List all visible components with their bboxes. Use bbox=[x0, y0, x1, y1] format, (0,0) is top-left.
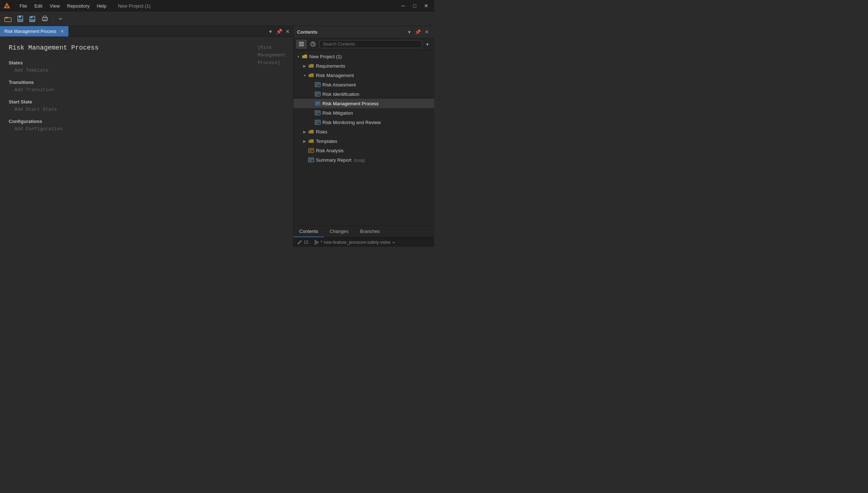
tab-changes[interactable]: Changes bbox=[324, 226, 354, 237]
bracket-line-2: Management bbox=[258, 52, 286, 59]
status-edit-count: 15 bbox=[297, 240, 308, 245]
menu-repository[interactable]: Repository bbox=[64, 2, 92, 10]
save-button[interactable] bbox=[14, 13, 26, 24]
tree-item-risk-mitigation[interactable]: Risk Mitigation bbox=[293, 108, 434, 118]
tree-item-risk-identification[interactable]: Risk Identification bbox=[293, 89, 434, 99]
rmp-doc-icon bbox=[314, 100, 321, 107]
tree-view-button[interactable] bbox=[296, 40, 306, 48]
status-branch[interactable]: * new-feature_pressure-safety-valve bbox=[314, 240, 395, 245]
svg-rect-6 bbox=[18, 19, 22, 21]
root-folder-icon bbox=[301, 53, 308, 60]
section-value-start-state[interactable]: Add Start State bbox=[9, 107, 284, 112]
app-logo bbox=[3, 2, 11, 10]
contents-search[interactable] bbox=[319, 40, 422, 48]
tree-item-risks[interactable]: ▶ Risks bbox=[293, 127, 434, 136]
contents-pin[interactable]: 📌 bbox=[414, 29, 422, 36]
tab-branches[interactable]: Branches bbox=[354, 226, 386, 237]
svg-rect-5 bbox=[19, 16, 21, 18]
risk-analysis-doc-icon bbox=[308, 147, 314, 154]
contents-panel-title: Contents bbox=[297, 29, 405, 35]
tree-item-risk-management-process[interactable]: Risk Management Process bbox=[293, 99, 434, 108]
save-all-button[interactable] bbox=[27, 13, 38, 24]
tab-contents[interactable]: Contents bbox=[293, 226, 324, 237]
section-label-start-state: Start State bbox=[9, 99, 284, 105]
editor-tab-risk-management-process[interactable]: Risk Management Process ✕ bbox=[0, 26, 68, 37]
templates-folder-icon bbox=[308, 138, 314, 144]
branch-name: * new-feature_pressure-safety-valve bbox=[321, 240, 390, 245]
tree-root-item[interactable]: ▾ New Project (1) bbox=[293, 52, 434, 61]
contents-search-dropdown[interactable]: ▾ bbox=[423, 41, 431, 48]
menu-edit[interactable]: Edit bbox=[31, 2, 45, 10]
tab-chevron-down[interactable]: ▾ bbox=[266, 27, 274, 35]
print-button[interactable] bbox=[39, 13, 51, 24]
title-bar-left: File Edit View Repository Help New Proje… bbox=[3, 2, 151, 10]
menu-help[interactable]: Help bbox=[94, 2, 109, 10]
section-value-configurations[interactable]: Add Configuration bbox=[9, 126, 284, 132]
editor-tab-controls: ▾ 📌 ✕ bbox=[266, 27, 293, 35]
window-title: New Project (1) bbox=[118, 3, 151, 9]
contents-close[interactable]: ✕ bbox=[423, 29, 431, 36]
toolbar bbox=[0, 12, 434, 26]
contents-toolbar: ▾ bbox=[293, 38, 434, 50]
history-view-button[interactable] bbox=[308, 40, 318, 48]
risk-identification-label: Risk Identification bbox=[322, 92, 431, 97]
risk-identification-spacer bbox=[308, 91, 314, 97]
menu-file[interactable]: File bbox=[17, 2, 30, 10]
svg-point-47 bbox=[315, 240, 316, 242]
risk-management-label: Risk Management bbox=[316, 73, 431, 78]
requirements-expand-icon[interactable]: ▶ bbox=[301, 63, 308, 69]
menu-bar: File Edit View Repository Help bbox=[17, 2, 109, 10]
contents-tree: ▾ New Project (1) ▶ Re bbox=[293, 50, 434, 226]
editor-content: [Risk Management Process] Risk Managemen… bbox=[0, 37, 293, 247]
contents-panel-header: Contents ▾ 📌 ✕ bbox=[293, 26, 434, 38]
svg-point-48 bbox=[315, 243, 316, 245]
root-expand-icon[interactable]: ▾ bbox=[295, 53, 301, 60]
risk-analysis-label: Risk Analysis bbox=[316, 148, 431, 153]
risk-assesment-expand-spacer bbox=[308, 81, 314, 88]
templates-expand-icon[interactable]: ▶ bbox=[301, 138, 308, 144]
tree-item-risk-monitoring[interactable]: Risk Monitoring and Review bbox=[293, 118, 434, 127]
summary-report-label: Summary Report [tcslg] bbox=[316, 157, 431, 163]
close-window-button[interactable]: ✕ bbox=[421, 2, 431, 10]
contents-panel: Contents ▾ 📌 ✕ bbox=[293, 26, 434, 247]
open-button[interactable] bbox=[2, 13, 14, 24]
requirements-folder-icon bbox=[308, 63, 314, 69]
risk-monitoring-doc-icon bbox=[314, 119, 321, 126]
tree-item-templates[interactable]: ▶ Templates bbox=[293, 136, 434, 146]
section-label-states: States bbox=[9, 60, 284, 65]
contents-header-buttons: ▾ 📌 ✕ bbox=[405, 29, 431, 36]
tree-item-summary-report[interactable]: Summary Report [tcslg] bbox=[293, 155, 434, 165]
risks-expand-icon[interactable]: ▶ bbox=[301, 128, 308, 135]
risk-mitigation-spacer bbox=[308, 110, 314, 116]
menu-view[interactable]: View bbox=[47, 2, 63, 10]
tree-item-requirements[interactable]: ▶ Requirements bbox=[293, 61, 434, 71]
maximize-button[interactable]: □ bbox=[410, 2, 420, 10]
bracket-line-3: Process] bbox=[258, 59, 286, 67]
risks-folder-icon bbox=[308, 128, 314, 135]
section-value-transitions[interactable]: Add Transition bbox=[9, 87, 284, 93]
svg-rect-13 bbox=[43, 19, 47, 21]
minimize-button[interactable]: ─ bbox=[398, 2, 408, 10]
contents-chevron-down[interactable]: ▾ bbox=[405, 29, 413, 36]
window-controls: ─ □ ✕ bbox=[398, 2, 431, 10]
tree-item-risk-assesment[interactable]: Risk Assesment bbox=[293, 80, 434, 89]
tab-pin[interactable]: 📌 bbox=[275, 27, 283, 35]
editor-tab-close[interactable]: ✕ bbox=[60, 29, 64, 34]
summary-report-doc-icon bbox=[308, 157, 314, 163]
tree-item-risk-management[interactable]: ▾ Risk Management bbox=[293, 71, 434, 80]
risk-management-expand-icon[interactable]: ▾ bbox=[301, 72, 308, 78]
editor-tab-bar: Risk Management Process ✕ ▾ 📌 ✕ bbox=[0, 26, 293, 37]
contents-search-input[interactable] bbox=[319, 40, 422, 48]
tree-item-risk-analysis[interactable]: Risk Analysis bbox=[293, 146, 434, 155]
risk-analysis-spacer bbox=[301, 147, 308, 154]
risk-monitoring-spacer bbox=[308, 119, 314, 126]
tab-close-all[interactable]: ✕ bbox=[284, 27, 292, 35]
section-label-configurations: Configurations bbox=[9, 119, 284, 124]
toolbar-separator bbox=[52, 15, 53, 22]
section-value-states[interactable]: Add Template bbox=[9, 68, 284, 73]
risk-management-folder-icon bbox=[308, 72, 314, 78]
templates-label: Templates bbox=[316, 139, 431, 144]
summary-report-spacer bbox=[301, 157, 308, 163]
svg-point-1 bbox=[6, 5, 8, 8]
dropdown-button[interactable] bbox=[55, 13, 66, 24]
